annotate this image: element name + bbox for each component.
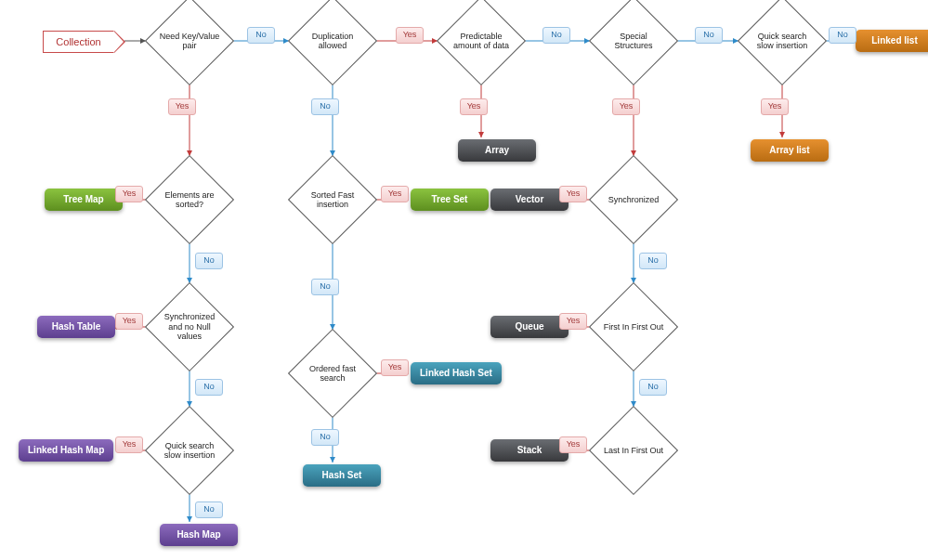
chip-no: No	[695, 27, 723, 44]
start-label: Collection	[56, 36, 100, 47]
chip-yes: Yes	[381, 186, 409, 202]
chip-no: No	[542, 27, 570, 44]
decision-sorted-insert: Sorted Fast insertion	[289, 156, 376, 243]
decision-sorted: Elements are sorted?	[146, 156, 233, 243]
chip-yes: Yes	[761, 98, 789, 115]
chip-yes: Yes	[115, 436, 143, 453]
chip-no: No	[195, 379, 223, 396]
chip-yes: Yes	[559, 436, 587, 453]
chip-yes: Yes	[168, 98, 196, 115]
terminal-array: Array	[458, 139, 536, 162]
chip-yes: Yes	[559, 313, 587, 330]
flowchart-canvas: Collection Need Key/Value pair Duplicati…	[0, 0, 928, 560]
decision-ordered: Ordered fast search	[289, 330, 376, 417]
chip-no: No	[639, 253, 667, 269]
decision-fifo: First In First Out	[590, 283, 677, 371]
chip-no: No	[195, 501, 223, 518]
terminal-linked-hash-map: Linked Hash Map	[19, 439, 113, 462]
terminal-linked-hash-set: Linked Hash Set	[411, 362, 502, 384]
terminal-hash-table: Hash Table	[37, 316, 115, 338]
decision-sync-null: Synchronized and no Null values	[146, 283, 233, 371]
chip-no: No	[311, 279, 339, 295]
decision-special: Special Structures	[590, 0, 677, 85]
decision-duplication: Duplication allowed	[289, 0, 376, 85]
terminal-tree-set: Tree Set	[411, 189, 489, 211]
terminal-vector: Vector	[490, 189, 569, 211]
decision-quick-search-1: Quick search slow insertion	[738, 0, 826, 85]
chip-no: No	[195, 253, 223, 269]
terminal-tree-map: Tree Map	[45, 189, 123, 211]
chip-no: No	[311, 98, 339, 115]
chip-no: No	[639, 379, 667, 396]
chip-yes: Yes	[612, 98, 640, 115]
decision-predictable: Predictable amount of data	[438, 0, 525, 85]
chip-yes: Yes	[559, 186, 587, 202]
chip-yes: Yes	[381, 359, 409, 376]
terminal-queue: Queue	[490, 316, 569, 338]
chip-no: No	[829, 27, 856, 44]
chip-yes: Yes	[460, 98, 488, 115]
start-collection: Collection	[43, 31, 114, 53]
decision-key-value: Need Key/Value pair	[146, 0, 233, 85]
terminal-array-list: Array list	[751, 139, 829, 162]
terminal-stack: Stack	[490, 439, 569, 462]
decision-synchronized: Synchronized	[590, 156, 677, 243]
chip-yes: Yes	[396, 27, 424, 44]
chip-yes: Yes	[115, 186, 143, 202]
chip-yes: Yes	[115, 313, 143, 330]
terminal-linked-list: Linked list	[856, 30, 928, 52]
chip-no: No	[311, 429, 339, 446]
terminal-hash-map: Hash Map	[160, 524, 238, 546]
chip-no: No	[247, 27, 275, 44]
decision-quick-search-2: Quick search slow insertion	[146, 407, 233, 494]
terminal-hash-set: Hash Set	[303, 464, 381, 487]
decision-lifo: Last In First Out	[590, 407, 677, 494]
